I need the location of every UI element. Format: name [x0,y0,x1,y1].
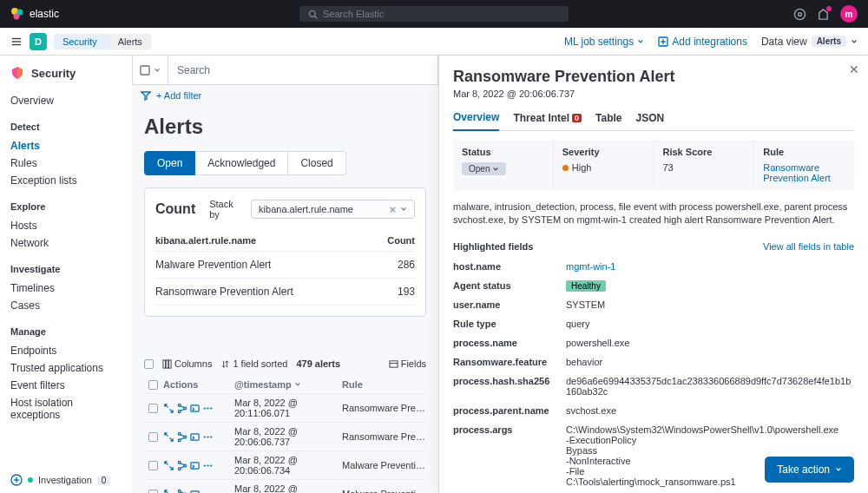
row-checkbox[interactable] [148,432,158,442]
svg-rect-18 [168,359,171,367]
expand-icon[interactable] [163,431,174,443]
timestamp-header[interactable]: @timestamp [229,379,337,390]
sort-icon [220,359,230,369]
investigation-label: Investigation [38,475,92,485]
svg-rect-13 [141,66,149,75]
field-key: host.name [453,261,566,272]
close-flyout-button[interactable]: ✕ [849,62,859,76]
global-search[interactable]: Search Elastic [299,6,569,22]
analyze-icon[interactable] [176,489,187,494]
expand-icon[interactable] [163,403,174,414]
tab-threat-intel[interactable]: Threat Intel 0 [513,111,582,130]
status-tab-open[interactable]: Open [144,151,195,175]
row-checkbox[interactable] [148,490,158,494]
investigation-footer[interactable]: Investigation 0 [10,474,110,486]
session-icon[interactable] [189,489,201,494]
newsfeed-icon[interactable] [817,8,830,21]
sidebar-item-exception-lists[interactable]: Exception lists [10,172,121,189]
elastic-logo-icon [10,7,24,21]
sidebar-item-endpoints[interactable]: Endpoints [10,342,121,359]
status-pill[interactable]: Open [462,162,506,175]
expand-icon[interactable] [163,489,174,494]
view-all-fields[interactable]: View all fields in table [763,241,854,252]
user-avatar[interactable]: m [840,5,858,23]
ml-job-settings[interactable]: ML job settings [564,36,644,48]
space-badge[interactable]: D [30,33,47,50]
tab-json[interactable]: JSON [636,111,665,130]
chevron-down-icon [492,166,499,173]
count-row[interactable]: Malware Prevention Alert286 [155,252,415,279]
field-value-link[interactable]: mgmt-win-1 [566,261,615,272]
svg-rect-31 [191,433,199,439]
add-integrations[interactable]: Add integrations [658,36,747,48]
field-key: Rule type [453,319,566,329]
sort-button[interactable]: 1 field sorted [220,358,287,369]
svg-point-26 [207,407,208,409]
sidebar-item-alerts[interactable]: Alerts [10,137,121,154]
tab-table[interactable]: Table [595,111,621,130]
header-checkbox[interactable] [148,380,158,390]
cell-timestamp: Mar 8, 2022 @ 20:06:06.737 [229,426,337,447]
analyze-icon[interactable] [176,403,187,414]
add-filter-button[interactable]: + Add filter [156,90,201,101]
alert-flyout: ✕ Ransomware Prevention Alert Mar 8, 202… [438,56,868,493]
table-row[interactable]: Mar 8, 2022 @ 20:11:06.071 Ransomware Pr… [144,394,426,423]
sidebar-item-network[interactable]: Network [10,234,121,252]
cell-timestamp: Mar 8, 2022 @ 20:06:06.734 [229,455,337,476]
stack-by-input[interactable]: kibana.alert.rule.name [251,200,415,219]
status-tab-closed[interactable]: Closed [288,151,345,175]
rule-header[interactable]: Rule [337,379,426,390]
sidebar-item-event-filters[interactable]: Event filters [10,377,121,394]
session-icon[interactable] [189,403,201,414]
count-title: Count [155,201,195,217]
sidebar-item-host-isolation-exceptions[interactable]: Host isolation exceptions [10,394,121,424]
query-language-selector[interactable] [133,56,168,84]
filter-options-icon[interactable] [141,90,151,101]
more-actions-icon[interactable] [202,460,214,471]
sidebar-item-overview[interactable]: Overview [10,92,121,109]
highlighted-field-row: Rule typequery [453,314,854,333]
tab-overview[interactable]: Overview [453,111,499,131]
columns-button[interactable]: Columns [162,358,212,369]
breadcrumb-security[interactable]: Security [54,34,106,49]
query-input[interactable]: Search [168,64,437,76]
analyze-icon[interactable] [176,431,187,443]
chevron-down-icon [637,38,644,45]
sidebar-item-rules[interactable]: Rules [10,154,121,172]
help-icon[interactable] [793,8,806,21]
data-view[interactable]: Data view Alerts [761,36,858,48]
sidebar-item-hosts[interactable]: Hosts [10,217,121,234]
fields-button[interactable]: Fields [389,358,426,369]
table-row[interactable]: Mar 8, 2022 @ 20:06:06.734 Malware Preve… [144,451,426,480]
count-row[interactable]: Ransomware Prevention Alert193 [155,279,415,306]
analyze-icon[interactable] [176,460,187,471]
elastic-logo[interactable]: elastic [10,7,59,21]
plus-circle-icon[interactable] [10,474,23,486]
svg-point-32 [204,436,206,437]
table-row[interactable]: Mar 8, 2022 @ 20:06:06.737 Ransomware Pr… [144,423,426,451]
clear-icon[interactable] [389,206,397,214]
field-key: process.name [453,338,566,348]
table-row[interactable]: Mar 8, 2022 @ 20:01:03.657 Malware Preve… [144,480,426,493]
breadcrumb-alerts[interactable]: Alerts [106,34,151,49]
sidebar-item-trusted-applications[interactable]: Trusted applications [10,359,121,377]
more-actions-icon[interactable] [202,431,214,443]
rule-link[interactable]: Ransomware Prevention Alert [763,162,845,183]
sidebar-item-timelines[interactable]: Timelines [10,279,121,297]
session-icon[interactable] [189,431,201,443]
sidebar-section-heading: Explore [10,201,121,212]
session-icon[interactable] [189,460,201,471]
expand-icon[interactable] [163,460,174,471]
take-action-button[interactable]: Take action [765,457,854,483]
row-checkbox[interactable] [148,461,158,470]
status-tab-acknowledged[interactable]: Acknowledged [195,151,288,175]
row-checkbox[interactable] [148,404,158,413]
more-actions-icon[interactable] [202,403,214,414]
severity-card: Severity High [554,140,654,190]
select-all-checkbox[interactable] [144,359,154,369]
sidebar-item-cases[interactable]: Cases [10,297,121,314]
summary-cards: Status Open Severity High Risk Score 73 … [453,140,854,190]
more-actions-icon[interactable] [202,489,214,494]
nav-toggle-icon[interactable] [10,36,23,48]
stack-by: Stack by kibana.alert.rule.name [209,199,415,220]
